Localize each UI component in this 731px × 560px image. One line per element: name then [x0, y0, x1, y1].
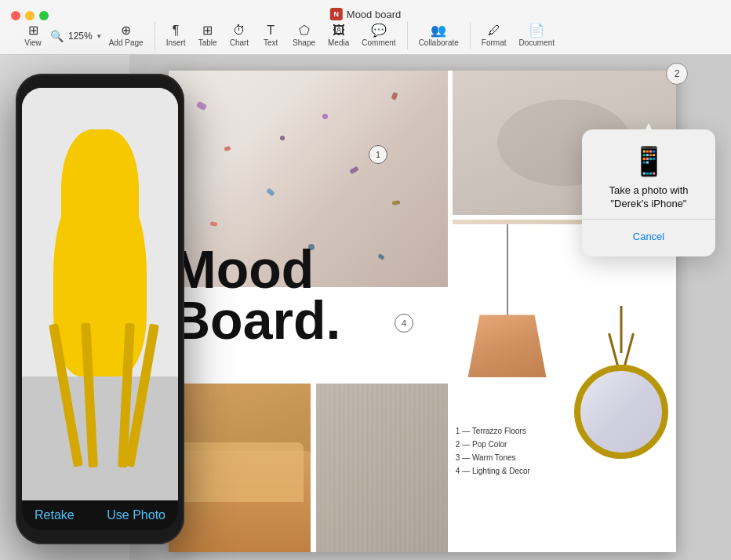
media-icon: 🖼 — [333, 24, 345, 37]
text-label: Text — [264, 38, 278, 47]
title-line2: Board. — [172, 295, 340, 346]
comment-button[interactable]: 💬 Comment — [357, 22, 400, 49]
chair-photo — [22, 88, 178, 500]
lamp-cord — [507, 224, 508, 318]
minimize-button[interactable] — [25, 11, 35, 20]
toolbar: ⊞ View 🔍 125% ▾ ⊕ Add Page ¶ Insert ⊞ Ta… — [0, 22, 731, 49]
traffic-lights — [11, 11, 49, 20]
media-label: Media — [328, 38, 349, 47]
lamp-decor-area: 1 — Terrazzo Floors 2 — Pop Color 3 — Wa… — [448, 224, 676, 552]
collaborate-icon: 👥 — [431, 24, 446, 37]
moodboard-title: Mood Board. — [169, 244, 340, 345]
table-icon: ⊞ — [202, 24, 213, 37]
comment-label: Comment — [362, 38, 395, 47]
retake-button[interactable]: Retake — [35, 508, 75, 522]
view-icon: ⊞ — [28, 24, 38, 37]
caption-1: 1 — Terrazzo Floors — [456, 424, 530, 438]
format-doc-group: 🖊 Format 📄 Document — [471, 22, 566, 49]
add-page-label: Add Page — [109, 38, 144, 47]
titlebar: N Mood board ⊞ View 🔍 125% ▾ ⊕ Add Page … — [0, 0, 731, 55]
content-area: Retake Use Photo 2 — [0, 55, 731, 560]
popup-title: Take a photo with"Derek's iPhone" — [596, 184, 701, 211]
insert-group: ¶ Insert ⊞ Table ⏱ Chart T Text ⬠ Shape … — [155, 22, 408, 49]
table-label: Table — [198, 38, 217, 47]
pages-document: 2 — [129, 55, 731, 560]
zoom-icon: 🔍 — [50, 30, 64, 42]
add-page-button[interactable]: ⊕ Add Page — [104, 22, 148, 49]
caption-2: 2 — Pop Color — [456, 438, 530, 451]
cancel-button[interactable]: Cancel — [596, 227, 701, 245]
media-button[interactable]: 🖼 Media — [323, 22, 354, 49]
document-icon: 📄 — [529, 24, 544, 37]
document-button[interactable]: 📄 Document — [514, 22, 559, 49]
window-title: N Mood board — [330, 8, 401, 20]
window-title-text: Mood board — [347, 9, 401, 20]
collaborate-group: 👥 Collaborate — [408, 22, 471, 49]
zoom-group[interactable]: 🔍 125% ▾ — [50, 29, 101, 43]
mirror-strap-top — [620, 306, 623, 353]
insert-label: Insert — [166, 38, 186, 47]
format-icon: 🖊 — [488, 24, 500, 37]
comment-icon: 💬 — [371, 24, 387, 37]
fur-texture-section — [316, 384, 448, 552]
text-icon: T — [267, 24, 275, 37]
iphone-screen: Retake Use Photo — [22, 88, 178, 530]
iphone-shell: Retake Use Photo — [16, 74, 184, 544]
chart-icon: ⏱ — [233, 24, 245, 37]
caption-4: 4 — Lighting & Decor — [456, 464, 530, 478]
collaborate-label: Collaborate — [419, 38, 459, 47]
view-group: ⊞ View 🔍 125% ▾ ⊕ Add Page — [13, 22, 155, 49]
caption-list: 1 — Terrazzo Floors 2 — Pop Color 3 — Wa… — [456, 424, 530, 478]
chart-label: Chart — [230, 38, 249, 47]
pages-app-icon: N — [330, 8, 343, 20]
text-button[interactable]: T Text — [256, 22, 285, 49]
zoom-value[interactable]: 125% — [65, 29, 96, 43]
zoom-chevron-icon: ▾ — [97, 32, 101, 40]
iphone-device: Retake Use Photo — [0, 74, 192, 560]
format-label: Format — [482, 38, 507, 47]
add-page-icon: ⊕ — [121, 24, 131, 37]
table-button[interactable]: ⊞ Table — [194, 22, 222, 49]
insert-button[interactable]: ¶ Insert — [162, 22, 191, 49]
chart-button[interactable]: ⏱ Chart — [225, 22, 253, 49]
maximize-button[interactable] — [39, 11, 49, 20]
shape-label: Shape — [293, 38, 315, 47]
format-button[interactable]: 🖊 Format — [477, 22, 511, 49]
iphone-popup-icon: 📱 — [596, 145, 701, 178]
insert-icon: ¶ — [173, 24, 180, 37]
shape-icon: ⬠ — [299, 24, 310, 37]
shape-button[interactable]: ⬠ Shape — [288, 22, 320, 49]
document-label: Document — [518, 38, 555, 47]
iphone-bottom-bar: Retake Use Photo — [22, 500, 178, 530]
floor-background — [22, 376, 178, 500]
lamp-shade — [468, 315, 547, 377]
caption-3: 3 — Warm Tones — [456, 451, 530, 464]
view-button[interactable]: ⊞ View — [19, 22, 47, 49]
collaborate-button[interactable]: 👥 Collaborate — [414, 22, 464, 49]
view-label: View — [24, 38, 42, 47]
iphone-camera-preview — [22, 88, 178, 500]
iphone-notch — [77, 77, 124, 83]
close-button[interactable] — [11, 11, 20, 20]
iphone-photo-popup: 📱 Take a photo with"Derek's iPhone" Canc… — [582, 129, 715, 256]
annotation-badge-2: 2 — [666, 63, 688, 85]
use-photo-button[interactable]: Use Photo — [107, 508, 165, 522]
popup-divider — [582, 219, 715, 220]
title-line1: Mood — [172, 244, 340, 295]
mirror-circle — [574, 365, 668, 459]
annotation-badge-1: 1 — [369, 145, 387, 164]
annotation-badge-4: 4 — [395, 314, 413, 333]
